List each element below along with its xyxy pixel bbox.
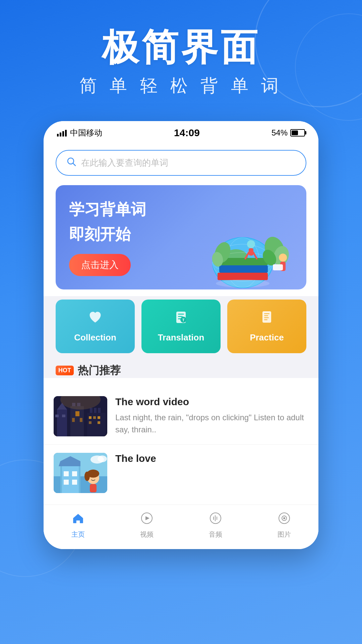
svg-rect-18 xyxy=(249,248,253,256)
svg-point-74 xyxy=(98,455,107,462)
bottom-nav: 主页 视频 xyxy=(44,504,318,549)
svg-text:T: T xyxy=(182,318,185,322)
nav-label-photo: 图片 xyxy=(278,530,291,539)
svg-rect-49 xyxy=(90,408,93,413)
search-bar[interactable]: 在此输入要查询的单词 xyxy=(56,150,306,176)
content-item-2[interactable]: The love xyxy=(44,445,318,501)
nav-item-home[interactable]: 主页 xyxy=(71,512,85,539)
svg-point-80 xyxy=(283,517,285,519)
svg-rect-23 xyxy=(273,264,283,270)
svg-rect-40 xyxy=(55,415,59,417)
hot-title: 热门推荐 xyxy=(78,363,121,378)
feature-card-collection[interactable]: Collection xyxy=(56,300,135,353)
video-icon xyxy=(140,512,154,528)
signal-bars xyxy=(57,129,67,137)
svg-rect-38 xyxy=(57,410,67,436)
content-list: The word video Last night, the rain, "dr… xyxy=(44,385,318,504)
status-left: 中国移动 xyxy=(57,127,102,138)
feature-card-translation[interactable]: T Translation xyxy=(141,300,221,353)
hot-section: HOT 热门推荐 xyxy=(44,360,318,378)
phone-mockup: 中国移动 14:09 54% 在此输入要查询的单词 xyxy=(44,121,318,549)
svg-rect-33 xyxy=(264,313,269,314)
svg-rect-28 xyxy=(178,316,183,317)
translation-icon: T xyxy=(174,310,188,328)
signal-bar-3 xyxy=(62,131,64,137)
content-title-2: The love xyxy=(115,453,308,464)
battery-fill xyxy=(292,130,298,135)
svg-rect-41 xyxy=(62,415,65,417)
banner[interactable]: 学习背单词 即刻开始 点击进入 xyxy=(56,185,306,289)
content-item-1[interactable]: The word video Last night, the rain, "dr… xyxy=(44,388,318,445)
content-desc-1: Last night, the rain, "drops on clicking… xyxy=(115,412,308,436)
nav-label-audio: 音频 xyxy=(209,530,222,539)
svg-rect-32 xyxy=(262,311,271,323)
banner-text: 学习背单词 即刻开始 点击进入 xyxy=(69,199,146,276)
feature-cards: Collection T Translation xyxy=(44,296,318,360)
sub-title: 简 单 轻 松 背 单 词 xyxy=(13,74,349,98)
svg-point-13 xyxy=(216,279,269,287)
nav-item-video[interactable]: 视频 xyxy=(140,512,154,539)
feature-label-collection: Collection xyxy=(74,332,116,343)
svg-rect-65 xyxy=(72,480,77,485)
svg-point-17 xyxy=(247,240,255,248)
search-icon xyxy=(66,157,76,169)
status-time: 14:09 xyxy=(174,127,200,139)
svg-point-71 xyxy=(84,472,90,481)
hot-header: HOT 热门推荐 xyxy=(56,363,306,378)
search-placeholder: 在此输入要查询的单词 xyxy=(81,157,168,169)
svg-rect-62 xyxy=(64,471,69,476)
content-info-2: The love xyxy=(115,453,308,468)
banner-illustration xyxy=(186,199,300,289)
search-section: 在此输入要查询的单词 xyxy=(44,142,318,182)
status-bar: 中国移动 14:09 54% xyxy=(44,121,318,142)
banner-button[interactable]: 点击进入 xyxy=(69,254,131,276)
feature-label-translation: Translation xyxy=(158,332,204,343)
svg-rect-72 xyxy=(90,484,97,492)
svg-rect-53 xyxy=(89,416,92,419)
home-icon xyxy=(71,512,85,528)
svg-rect-54 xyxy=(93,416,96,419)
practice-icon xyxy=(259,310,274,328)
banner-title-line2: 即刻开始 xyxy=(69,223,146,245)
nav-label-home: 主页 xyxy=(71,530,85,539)
content-title-1: The word video xyxy=(115,396,308,408)
hot-badge: HOT xyxy=(56,366,74,375)
content-thumb-1 xyxy=(54,396,107,436)
battery-percent: 54% xyxy=(272,128,288,138)
signal-bar-4 xyxy=(65,130,67,137)
svg-rect-55 xyxy=(98,416,100,419)
photo-icon xyxy=(278,512,291,528)
nav-item-audio[interactable]: 音频 xyxy=(209,512,222,539)
collection-icon xyxy=(88,310,103,328)
signal-bar-1 xyxy=(57,134,59,137)
svg-rect-34 xyxy=(264,315,268,316)
signal-bar-2 xyxy=(60,132,61,137)
carrier-name: 中国移动 xyxy=(70,127,102,138)
phone-content: 在此输入要查询的单词 学习背单词 即刻开始 点击进入 xyxy=(44,142,318,549)
nav-item-photo[interactable]: 图片 xyxy=(278,512,291,539)
svg-rect-27 xyxy=(178,314,184,315)
svg-rect-36 xyxy=(264,319,267,320)
svg-rect-56 xyxy=(89,421,92,424)
svg-line-1 xyxy=(73,163,75,166)
svg-rect-50 xyxy=(94,408,97,413)
svg-marker-76 xyxy=(145,516,149,520)
feature-label-practice: Practice xyxy=(250,332,284,343)
svg-rect-12 xyxy=(221,258,268,265)
feature-card-practice[interactable]: Practice xyxy=(227,300,306,353)
svg-rect-47 xyxy=(80,418,82,422)
content-thumb-2 xyxy=(54,453,107,493)
svg-rect-46 xyxy=(72,418,75,422)
svg-rect-10 xyxy=(218,273,268,280)
svg-rect-51 xyxy=(98,408,101,413)
header-area: 极简界面 简 单 轻 松 背 单 词 xyxy=(0,0,362,111)
svg-rect-11 xyxy=(219,265,268,273)
banner-title-line1: 学习背单词 xyxy=(69,199,146,220)
svg-rect-57 xyxy=(98,421,100,424)
svg-rect-45 xyxy=(75,411,79,416)
svg-rect-64 xyxy=(64,480,69,485)
audio-icon xyxy=(209,512,222,528)
svg-rect-63 xyxy=(72,471,77,476)
battery-icon xyxy=(290,129,305,137)
main-title: 极简界面 xyxy=(13,27,349,67)
